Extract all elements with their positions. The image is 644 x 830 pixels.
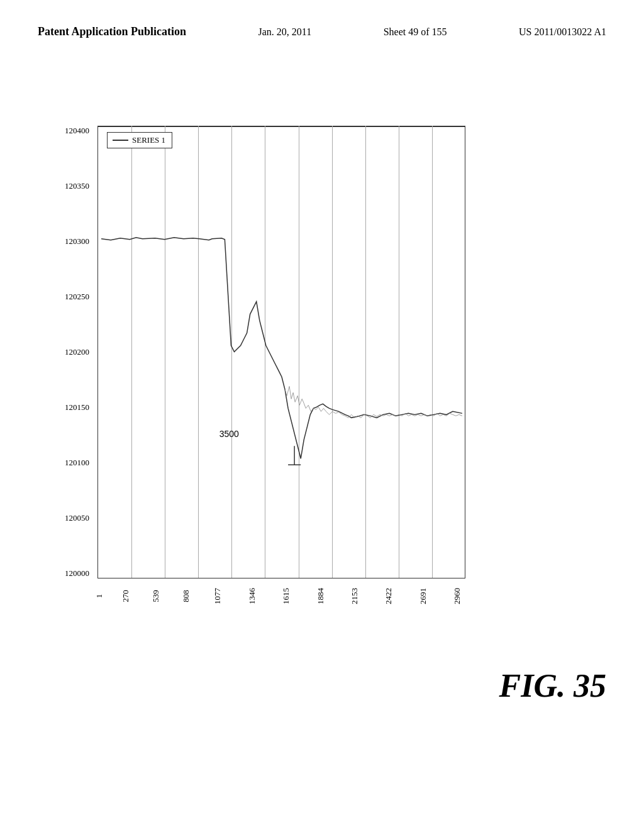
patent-number: US 2011/0013022 A1 — [519, 26, 606, 38]
x-label-9: 2422 — [384, 588, 394, 604]
x-label-8: 2153 — [350, 588, 360, 604]
plot-area: 3500 — [97, 126, 465, 578]
x-label-3: 808 — [180, 590, 191, 602]
x-label-4: 1077 — [213, 588, 223, 604]
y-label-4: 120200 — [65, 347, 94, 357]
y-label-2: 120100 — [65, 458, 94, 468]
y-label-0: 120000 — [65, 568, 94, 578]
y-label-3: 120150 — [65, 402, 94, 412]
x-label-5: 1346 — [247, 588, 257, 604]
y-label-6: 120300 — [65, 236, 94, 246]
chart-container: 120000 120050 120100 120150 120200 12025… — [50, 101, 522, 616]
x-label-11: 2960 — [452, 588, 462, 604]
sheet-info: Sheet 49 of 155 — [384, 26, 447, 38]
y-label-7: 120350 — [65, 181, 94, 191]
x-label-10: 2691 — [418, 588, 428, 604]
y-label-5: 120250 — [65, 292, 94, 302]
x-label-1: 270 — [121, 590, 131, 602]
annotation-3500: 3500 — [219, 429, 239, 439]
x-axis: 1 270 539 808 1077 1346 1615 1884 2153 2… — [97, 582, 465, 616]
x-label-7: 1884 — [316, 588, 326, 604]
legend: SERIES 1 — [107, 132, 172, 148]
x-label-6: 1615 — [281, 588, 291, 604]
publication-title: Patent Application Publication — [38, 25, 186, 38]
x-label-0: 1 — [94, 594, 104, 599]
chart-svg — [98, 126, 465, 578]
legend-label: SERIES 1 — [132, 135, 165, 145]
y-axis: 120000 120050 120100 120150 120200 12025… — [50, 126, 94, 578]
page-header: Patent Application Publication Jan. 20, … — [0, 25, 644, 38]
figure-label: FIG. 35 — [499, 667, 606, 704]
x-label-2: 539 — [150, 590, 160, 602]
publication-date: Jan. 20, 2011 — [258, 26, 311, 38]
legend-line — [113, 140, 128, 141]
y-label-8: 120400 — [65, 126, 94, 136]
y-label-1: 120050 — [65, 513, 94, 523]
